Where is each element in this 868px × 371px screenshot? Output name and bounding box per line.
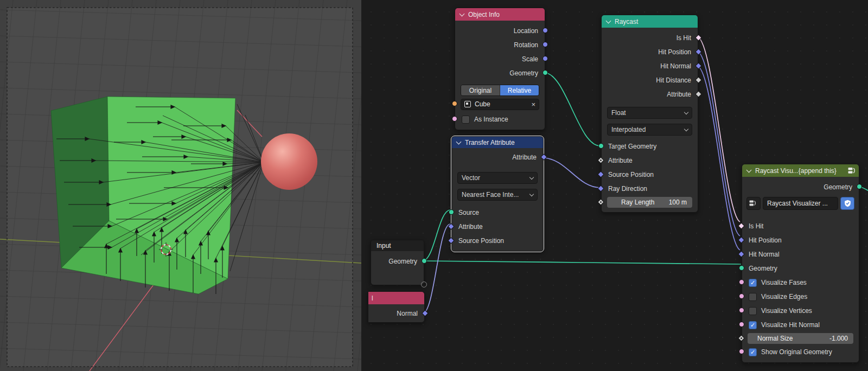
socket-geometry-out[interactable] [422,258,427,264]
socket-visualize-edges[interactable] [739,293,744,299]
object-selector[interactable]: Cube × [461,99,539,110]
clear-object-icon[interactable]: × [531,101,535,108]
output-rotation: Rotation [455,38,545,52]
viewport-scene [0,0,361,371]
node-title: Raycast [615,18,638,25]
socket-as-instance[interactable] [452,116,457,121]
collapse-chevron-icon[interactable] [456,139,462,144]
socket-visualize-hit-normal[interactable] [739,322,744,327]
interpolation-dropdown[interactable]: Interpolated [607,124,692,136]
socket-hit-position-in[interactable] [738,236,745,244]
socket-geometry-out[interactable] [857,184,862,189]
ray-length-row: Ray Length 100 m [602,196,698,209]
original-relative-toggle: Original Relative [461,85,539,96]
socket-object[interactable] [452,101,457,106]
socket-ray-direction[interactable] [597,185,604,192]
node-group-input[interactable]: Input Geometry [371,240,424,285]
socket-normal-size[interactable] [738,335,745,342]
node-group-input-header[interactable]: Input [371,240,424,251]
socket-visualize-faces[interactable] [739,279,744,285]
node-raycast-visualizer[interactable]: Raycast Visu...{append this} Geometry Ra… [742,164,859,363]
socket-location[interactable] [542,28,548,33]
collapse-chevron-icon[interactable] [459,11,465,16]
original-button[interactable]: Original [461,85,500,95]
socket-show-original-geometry[interactable] [739,349,744,354]
node-transfer-attribute-header[interactable]: Transfer Attribute [452,137,543,148]
node-object-info[interactable]: Object Info Location Rotation Scale Geom… [455,8,545,130]
ray-length-slider[interactable]: Ray Length 100 m [607,197,692,208]
socket-source-position[interactable] [448,237,455,244]
viewport-3d[interactable] [0,0,361,371]
node-title: Transfer Attribute [465,139,515,146]
chevron-down-icon [529,175,534,180]
as-instance-checkbox[interactable] [462,116,470,124]
socket-geometry-in[interactable] [739,265,744,271]
socket-ray-length[interactable] [597,199,604,206]
relative-button[interactable]: Relative [500,85,539,95]
visualize-faces-checkbox[interactable]: ✓ [749,279,757,287]
output-geometry: Geometry [455,66,545,80]
node-raycast-visualizer-header[interactable]: Raycast Visu...{append this} [742,164,859,177]
node-title: Object Info [468,11,500,18]
wire-ishit [698,37,740,222]
socket-hit-distance-out[interactable] [695,76,702,84]
wire-hitnormal [698,66,740,250]
data-type-dropdown[interactable]: Float [607,107,692,119]
collapse-chevron-icon[interactable] [606,18,611,23]
shield-check-icon [844,200,851,207]
socket-source[interactable] [449,209,454,215]
data-type-dropdown[interactable]: Vector [457,172,538,184]
socket-source-position[interactable] [597,171,604,178]
socket-hit-position-out[interactable] [695,48,702,55]
collapse-chevron-icon[interactable] [746,167,752,172]
node-object-info-header[interactable]: Object Info [455,8,545,21]
visualize-hit-normal-checkbox[interactable]: ✓ [749,321,757,329]
socket-is-hit-out[interactable] [695,34,702,41]
socket-target-geometry[interactable] [598,143,604,149]
node-raycast-header[interactable]: Raycast [602,15,698,28]
wire-normal-to-transfer [423,224,450,314]
node-raycast[interactable]: Raycast Is Hit Hit Position Hit Normal H… [601,15,698,213]
blender-window: Object Info Location Rotation Scale Geom… [0,0,868,371]
as-instance-row: As Instance [455,112,545,126]
wire-hitposition [698,52,740,236]
virtual-socket[interactable] [421,282,427,287]
node-normal-header[interactable]: l [368,292,424,304]
node-group-icon [848,167,856,174]
socket-attribute-in[interactable] [448,223,455,230]
visualize-edges-checkbox[interactable] [749,293,757,301]
socket-visualize-vertices[interactable] [739,308,744,313]
wire-input-to-visualizer [423,261,741,264]
node-group-name-field[interactable]: Raycast Visualizer ... [763,197,838,210]
socket-attribute-out[interactable] [695,91,702,98]
normal-size-slider[interactable]: Normal Size -1.000 [748,333,853,344]
red-sphere[interactable] [261,133,317,190]
socket-hit-normal-out[interactable] [695,62,702,69]
socket-geometry-out[interactable] [542,70,548,75]
chevron-down-icon [684,127,688,131]
object-icon [464,101,471,107]
geometry-node-editor[interactable]: Object Info Location Rotation Scale Geom… [361,0,868,371]
socket-rotation[interactable] [542,42,548,47]
socket-normal-out[interactable] [422,310,429,317]
output-scale: Scale [455,52,545,66]
node-transfer-attribute[interactable]: Transfer Attribute Attribute Vector Near… [451,136,544,252]
chevron-down-icon [684,110,688,114]
socket-scale[interactable] [542,56,548,61]
fake-user-shield-button[interactable] [840,197,854,210]
browse-node-group-button[interactable] [746,197,761,210]
node-normal[interactable]: l Normal [368,291,425,323]
socket-is-hit-in[interactable] [738,222,745,229]
wire-transfer-to-raydirection [542,158,601,188]
output-location: Location [455,24,545,38]
mapping-dropdown[interactable]: Nearest Face Inte... [457,189,538,201]
visualize-vertices-checkbox[interactable] [749,307,757,315]
node-tree-icon [749,200,756,207]
wire-objectinfo-to-raycast [544,73,600,146]
socket-hit-normal-in[interactable] [738,251,745,258]
show-original-geometry-checkbox[interactable]: ✓ [749,348,757,356]
wire-input-to-transfer [423,210,450,261]
socket-attribute-out[interactable] [540,153,547,161]
chevron-down-icon [529,192,534,196]
socket-attribute-in[interactable] [597,157,604,164]
